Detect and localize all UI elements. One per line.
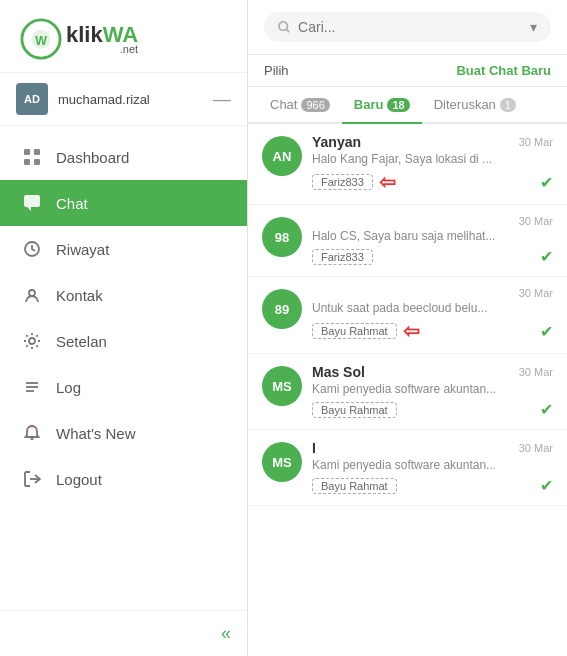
chat-name-1: Yanyan — [312, 134, 361, 150]
sidebar-item-riwayat[interactable]: Riwayat — [0, 226, 247, 272]
sidebar-item-whats-new[interactable]: What's New — [0, 410, 247, 456]
chat-item-1[interactable]: AN Yanyan 30 Mar Halo Kang Fajar, Saya l… — [248, 124, 567, 205]
sidebar-bottom: « — [0, 610, 247, 656]
main-content: ▾ Pilih Buat Chat Baru Chat 966 Baru 18 … — [248, 0, 567, 656]
check-icon-4: ✔ — [540, 400, 553, 419]
klikwa-logo-icon: W — [20, 18, 62, 60]
collapse-button[interactable]: « — [221, 623, 231, 644]
chat-item-5[interactable]: MS I 30 Mar Kami penyedia software akunt… — [248, 430, 567, 506]
chat-avatar-5: MS — [262, 442, 302, 482]
user-avatar: AD — [16, 83, 48, 115]
tab-diteruskan-label: Diteruskan — [434, 97, 496, 112]
search-input[interactable] — [298, 19, 522, 35]
chat-avatar-4: MS — [262, 366, 302, 406]
tab-diteruskan-badge: 1 — [500, 98, 516, 112]
sidebar-item-log[interactable]: Log — [0, 364, 247, 410]
svg-point-15 — [31, 425, 33, 427]
check-icon-1: ✔ — [540, 173, 553, 192]
chat-preview-1: Halo Kang Fajar, Saya lokasi di ... — [312, 152, 553, 166]
log-label: Log — [56, 379, 81, 396]
chat-time-1: 30 Mar — [519, 136, 553, 148]
buat-chat-button[interactable]: Buat Chat Baru — [456, 63, 551, 78]
chat-body-5: I 30 Mar Kami penyedia software akuntan.… — [312, 440, 553, 495]
chat-name-5: I — [312, 440, 316, 456]
chat-body-1: Yanyan 30 Mar Halo Kang Fajar, Saya loka… — [312, 134, 553, 194]
tab-chat-badge: 966 — [301, 98, 329, 112]
agent-tag-4: Bayu Rahmat — [312, 402, 397, 418]
tab-diteruskan[interactable]: Diteruskan 1 — [422, 87, 528, 122]
sidebar-item-logout[interactable]: Logout — [0, 456, 247, 502]
chat-body-4: Mas Sol 30 Mar Kami penyedia software ak… — [312, 364, 553, 419]
search-icon — [278, 20, 290, 34]
chat-item-2[interactable]: 98 30 Mar Halo CS, Saya baru saja meliha… — [248, 205, 567, 277]
logo-area: W klik WA .net — [0, 0, 247, 73]
user-dash: — — [213, 89, 231, 110]
grid-icon — [22, 147, 42, 167]
history-icon — [22, 239, 42, 259]
chat-preview-5: Kami penyedia software akuntan... — [312, 458, 553, 472]
logo-net: .net — [120, 44, 138, 55]
chat-preview-4: Kami penyedia software akuntan... — [312, 382, 553, 396]
chat-icon — [22, 193, 42, 213]
chat-avatar-3: 89 — [262, 289, 302, 329]
logo-text: klik WA .net — [66, 24, 138, 55]
svg-line-19 — [287, 30, 290, 33]
user-name: muchamad.rizal — [58, 92, 203, 107]
check-icon-5: ✔ — [540, 476, 553, 495]
chat-label: Chat — [56, 195, 88, 212]
chat-time-5: 30 Mar — [519, 442, 553, 454]
log-icon — [22, 377, 42, 397]
logout-label: Logout — [56, 471, 102, 488]
tab-chat-label: Chat — [270, 97, 297, 112]
contact-icon — [22, 285, 42, 305]
chat-list: AN Yanyan 30 Mar Halo Kang Fajar, Saya l… — [248, 124, 567, 656]
sidebar-item-setelan[interactable]: Setelan — [0, 318, 247, 364]
sidebar: W klik WA .net AD muchamad.rizal — — [0, 0, 248, 656]
pilih-button[interactable]: Pilih — [264, 63, 289, 78]
svg-marker-8 — [27, 207, 31, 211]
tab-baru-label: Baru — [354, 97, 384, 112]
check-icon-2: ✔ — [540, 247, 553, 266]
chat-name-4: Mas Sol — [312, 364, 365, 380]
svg-text:W: W — [35, 34, 47, 48]
search-dropdown-icon[interactable]: ▾ — [530, 19, 537, 35]
kontak-label: Kontak — [56, 287, 103, 304]
chat-item-4[interactable]: MS Mas Sol 30 Mar Kami penyedia software… — [248, 354, 567, 430]
svg-rect-6 — [34, 159, 40, 165]
whats-new-label: What's New — [56, 425, 136, 442]
riwayat-label: Riwayat — [56, 241, 109, 258]
chat-body-3: 30 Mar Untuk saat pada beecloud belu... … — [312, 287, 553, 343]
chat-body-2: 30 Mar Halo CS, Saya baru saja melihat..… — [312, 215, 553, 266]
chat-avatar-2: 98 — [262, 217, 302, 257]
arrow-icon-1: ⇦ — [379, 170, 396, 194]
tab-chat[interactable]: Chat 966 — [258, 87, 342, 122]
logo-klik: klik — [66, 24, 103, 46]
chat-time-4: 30 Mar — [519, 366, 553, 378]
chat-item-3[interactable]: 89 30 Mar Untuk saat pada beecloud belu.… — [248, 277, 567, 354]
search-bar: ▾ — [248, 0, 567, 55]
tab-baru[interactable]: Baru 18 — [342, 87, 422, 122]
agent-tag-1: Fariz833 — [312, 174, 373, 190]
tab-baru-badge: 18 — [387, 98, 409, 112]
sidebar-item-dashboard[interactable]: Dashboard — [0, 134, 247, 180]
agent-tag-2: Fariz833 — [312, 249, 373, 265]
nav-menu: Dashboard Chat Riwayat — [0, 126, 247, 610]
svg-rect-3 — [24, 149, 30, 155]
chat-avatar-1: AN — [262, 136, 302, 176]
chat-time-2: 30 Mar — [519, 215, 553, 227]
sidebar-item-kontak[interactable]: Kontak — [0, 272, 247, 318]
svg-rect-4 — [34, 149, 40, 155]
settings-icon — [22, 331, 42, 351]
setelan-label: Setelan — [56, 333, 107, 350]
logout-icon — [22, 469, 42, 489]
user-area: AD muchamad.rizal — — [0, 73, 247, 126]
search-input-wrap: ▾ — [264, 12, 551, 42]
chat-time-3: 30 Mar — [519, 287, 553, 299]
agent-tag-3: Bayu Rahmat — [312, 323, 397, 339]
chat-preview-3: Untuk saat pada beecloud belu... — [312, 301, 553, 315]
bell-icon — [22, 423, 42, 443]
agent-tag-5: Bayu Rahmat — [312, 478, 397, 494]
check-icon-3: ✔ — [540, 322, 553, 341]
sidebar-item-chat[interactable]: Chat — [0, 180, 247, 226]
svg-point-18 — [279, 22, 288, 31]
